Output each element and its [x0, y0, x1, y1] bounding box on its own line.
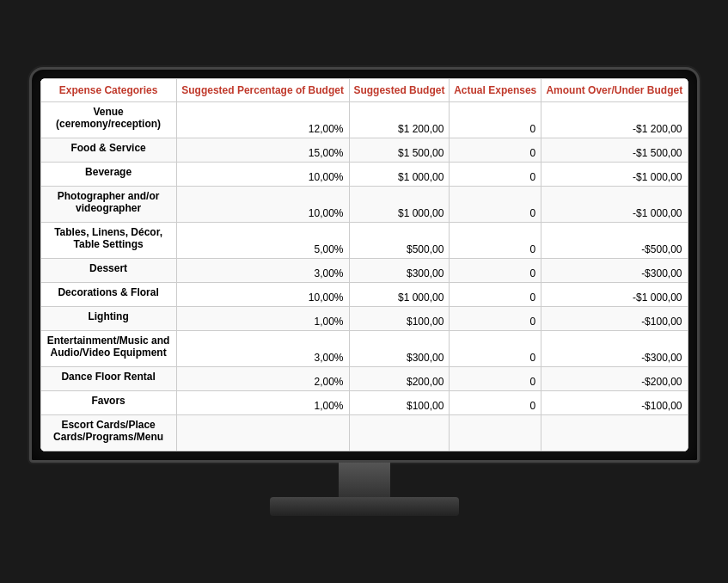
percentage-cell: 3,00%: [176, 331, 349, 367]
actual-cell: 0: [450, 163, 541, 187]
overunder-cell: -$500,00: [541, 223, 688, 259]
suggested-cell: $1 200,00: [349, 102, 450, 138]
suggested-cell: $300,00: [349, 331, 450, 367]
monitor-screen: Expense Categories Suggested Percentage …: [29, 67, 700, 463]
suggested-cell: $100,00: [349, 307, 450, 331]
category-cell: Photographer and/orvideographer: [40, 187, 176, 223]
suggested-cell: $1 500,00: [349, 138, 450, 163]
percentage-cell: 5,00%: [176, 223, 349, 259]
suggested-cell: $300,00: [349, 259, 450, 283]
percentage-cell: 15,00%: [176, 138, 349, 163]
category-cell: Favors: [40, 391, 176, 415]
percentage-cell: [176, 415, 349, 451]
category-cell: Lighting: [40, 307, 176, 331]
category-cell: Escort Cards/PlaceCards/Programs/Menu: [40, 415, 176, 451]
monitor-wrapper: Expense Categories Suggested Percentage …: [29, 67, 700, 516]
actual-cell: 0: [450, 223, 541, 259]
actual-cell: 0: [450, 307, 541, 331]
overunder-cell: -$300,00: [541, 259, 688, 283]
actual-cell: 0: [450, 102, 541, 138]
category-cell: Tables, Linens, Décor,Table Settings: [40, 223, 176, 259]
overunder-cell: -$300,00: [541, 331, 688, 367]
overunder-cell: [541, 415, 688, 451]
overunder-cell: -$1 000,00: [541, 283, 688, 307]
percentage-cell: 10,00%: [176, 187, 349, 223]
overunder-cell: -$100,00: [541, 391, 688, 415]
monitor-base: [270, 497, 459, 516]
monitor-neck: [339, 463, 390, 497]
actual-cell: 0: [450, 283, 541, 307]
actual-cell: 0: [450, 259, 541, 283]
suggested-cell: $100,00: [349, 391, 450, 415]
suggested-cell: $1 000,00: [349, 187, 450, 223]
overunder-cell: -$1 000,00: [541, 163, 688, 187]
suggested-cell: [349, 415, 450, 451]
suggested-cell: $200,00: [349, 367, 450, 391]
suggested-cell: $1 000,00: [349, 283, 450, 307]
overunder-cell: -$1 200,00: [541, 102, 688, 138]
category-cell: Dessert: [40, 259, 176, 283]
header-expense-categories: Expense Categories: [40, 79, 176, 102]
category-cell: Dance Floor Rental: [40, 367, 176, 391]
screen-content: Expense Categories Suggested Percentage …: [40, 78, 688, 451]
percentage-cell: 1,00%: [176, 307, 349, 331]
category-cell: Beverage: [40, 163, 176, 187]
suggested-cell: $500,00: [349, 223, 450, 259]
header-actual-expenses: Actual Expenses: [450, 79, 541, 102]
category-cell: Entertainment/Music andAudio/Video Equip…: [40, 331, 176, 367]
actual-cell: 0: [450, 391, 541, 415]
category-cell: Food & Service: [40, 138, 176, 163]
percentage-cell: 2,00%: [176, 367, 349, 391]
overunder-cell: -$100,00: [541, 307, 688, 331]
overunder-cell: -$1 000,00: [541, 187, 688, 223]
suggested-cell: $1 000,00: [349, 163, 450, 187]
percentage-cell: 3,00%: [176, 259, 349, 283]
actual-cell: 0: [450, 138, 541, 163]
actual-cell: 0: [450, 187, 541, 223]
category-cell: Venue(ceremony/reception): [40, 102, 176, 138]
category-cell: Decorations & Floral: [40, 283, 176, 307]
actual-cell: [450, 415, 541, 451]
header-suggested-budget: Suggested Budget: [349, 79, 450, 102]
percentage-cell: 12,00%: [176, 102, 349, 138]
percentage-cell: 10,00%: [176, 283, 349, 307]
overunder-cell: -$200,00: [541, 367, 688, 391]
actual-cell: 0: [450, 367, 541, 391]
overunder-cell: -$1 500,00: [541, 138, 688, 163]
percentage-cell: 10,00%: [176, 163, 349, 187]
actual-cell: 0: [450, 331, 541, 367]
header-suggested-percentage: Suggested Percentage of Budget: [176, 79, 349, 102]
header-amount-over-under: Amount Over/Under Budget: [541, 79, 688, 102]
budget-table: Expense Categories Suggested Percentage …: [40, 78, 688, 451]
percentage-cell: 1,00%: [176, 391, 349, 415]
